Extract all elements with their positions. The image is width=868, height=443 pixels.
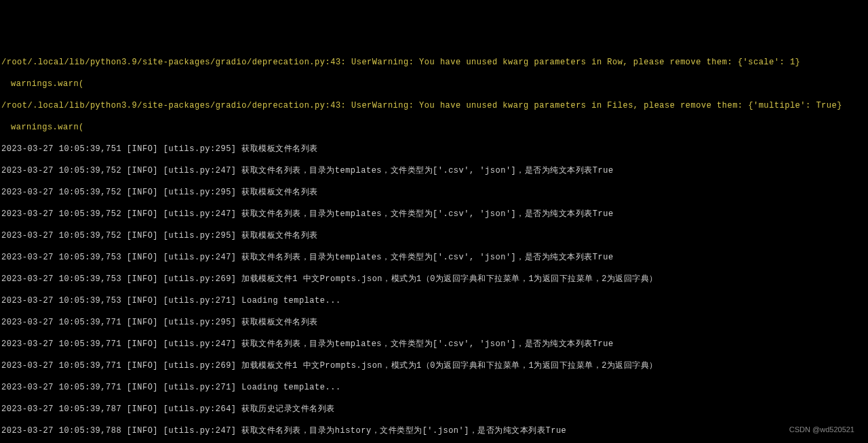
log-line: 2023-03-27 10:05:39,787 [INFO] [utils.py… (1, 404, 867, 415)
terminal-output[interactable]: /root/.local/lib/python3.9/site-packages… (0, 43, 868, 443)
log-line: 2023-03-27 10:05:39,771 [INFO] [utils.py… (1, 382, 867, 393)
log-line: 2023-03-27 10:05:39,753 [INFO] [utils.py… (1, 274, 867, 284)
log-line: 2023-03-27 10:05:39,771 [INFO] [utils.py… (1, 317, 867, 328)
watermark-text: CSDN @wd520521 (789, 424, 854, 435)
log-line: 2023-03-27 10:05:39,753 [INFO] [utils.py… (1, 295, 867, 306)
log-line: 2023-03-27 10:05:39,788 [INFO] [utils.py… (1, 425, 867, 436)
log-line: 2023-03-27 10:05:39,752 [INFO] [utils.py… (1, 230, 867, 241)
warning-call: warnings.warn( (1, 122, 867, 133)
log-line: 2023-03-27 10:05:39,752 [INFO] [utils.py… (1, 165, 867, 176)
log-line: 2023-03-27 10:05:39,753 [INFO] [utils.py… (1, 252, 867, 263)
warning-line: /root/.local/lib/python3.9/site-packages… (1, 57, 867, 68)
log-line: 2023-03-27 10:05:39,752 [INFO] [utils.py… (1, 187, 867, 198)
log-line: 2023-03-27 10:05:39,771 [INFO] [utils.py… (1, 339, 867, 350)
log-line: 2023-03-27 10:05:39,752 [INFO] [utils.py… (1, 209, 867, 219)
warning-line: /root/.local/lib/python3.9/site-packages… (1, 100, 867, 111)
warning-call: warnings.warn( (1, 79, 867, 89)
log-line: 2023-03-27 10:05:39,751 [INFO] [utils.py… (1, 144, 867, 154)
log-line: 2023-03-27 10:05:39,771 [INFO] [utils.py… (1, 360, 867, 371)
